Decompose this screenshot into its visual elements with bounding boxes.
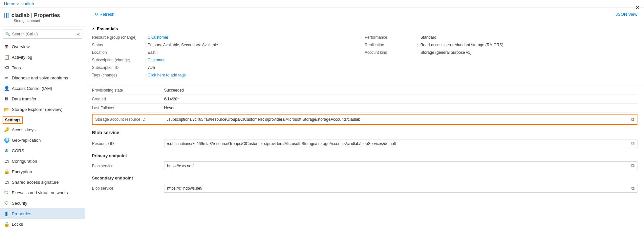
sidebar-item-overview[interactable]: ⊞ Overview — [0, 41, 85, 52]
replication-label: Replication — [365, 43, 417, 47]
copy-secondary-blob-button[interactable]: ⧉ — [631, 185, 634, 191]
sidebar-item-label: Firewalls and virtual networks — [12, 190, 68, 195]
configuration-icon: 🗂 — [4, 158, 9, 164]
sidebar-item-access-control[interactable]: 👤 Access Control (IAM) — [0, 83, 85, 94]
collapse-sidebar-button[interactable]: « — [77, 31, 80, 37]
sidebar-item-geo-replication[interactable]: 🌐 Geo-replication — [0, 135, 85, 145]
subscription-id-value: 7c4i — [148, 65, 155, 70]
copy-resource-id-button[interactable]: ⧉ — [631, 116, 634, 122]
subscription-row: Subscription (change) : Customer — [92, 58, 365, 63]
sidebar-item-label: Security — [12, 201, 27, 206]
sidebar: ||| ciadlab | Properties Storage account… — [0, 8, 85, 230]
sidebar-storage-icon: ||| — [4, 12, 9, 19]
created-value: 6/14/20* — [164, 97, 637, 101]
storage-resource-id-value: /subscriptions/7c465 fa8/resourceGroups/… — [167, 117, 631, 122]
tags-label: Tags (change) — [92, 73, 144, 77]
account-kind-value: Storage (general purpose v1) — [420, 50, 472, 55]
sidebar-item-activity-log[interactable]: 📋 Activity log — [0, 52, 85, 62]
resource-group-value[interactable]: ClCustomer — [148, 35, 168, 40]
access-keys-icon: 🔑 — [4, 127, 9, 132]
secondary-blob-service-row: Blob service https://c" ndows.net/ ⧉ — [92, 182, 637, 194]
subscription-value[interactable]: Customer — [148, 58, 165, 62]
sidebar-item-data-transfer[interactable]: 🖥 Data transfer — [0, 94, 85, 104]
essentials-right: Performance : Standard Replication : Rea… — [365, 35, 637, 80]
tags-icon: 🏷 — [4, 65, 9, 70]
cors-icon: ⊕ — [4, 148, 9, 153]
search-input[interactable] — [3, 30, 82, 39]
primary-blob-service-box: https://c vs.net/ ⧉ — [164, 161, 637, 170]
replication-row: Replication : Read-access geo-redundant … — [365, 43, 637, 48]
subscription-id-row: Subscription ID : 7c4i — [92, 65, 365, 70]
storage-resource-id-row: Storage account resource ID /subscriptio… — [92, 114, 637, 125]
sidebar-item-shared-access[interactable]: 🗂 Shared access signature — [0, 177, 85, 187]
settings-section-label: Settings — [3, 116, 23, 124]
sidebar-item-security[interactable]: 🛡 Security — [0, 198, 85, 208]
sidebar-item-label: Access Control (IAM) — [12, 86, 52, 91]
sidebar-item-label: Configuration — [12, 159, 37, 164]
essentials-section: ∧ Essentials Resource group (change) : C… — [85, 21, 644, 86]
sidebar-item-tags[interactable]: 🏷 Tags — [0, 62, 85, 73]
copy-primary-blob-button[interactable]: ⧉ — [631, 163, 634, 169]
sidebar-item-cors[interactable]: ⊕ CORS — [0, 145, 85, 156]
storage-resource-id-label: Storage account resource ID — [95, 117, 167, 122]
json-view-link[interactable]: JSON View — [616, 12, 637, 17]
secondary-endpoint-title: Secondary endpoint — [92, 176, 637, 180]
secondary-blob-service-value: https://c" ndows.net/ — [167, 186, 631, 191]
copy-blob-resource-id-button[interactable]: ⧉ — [631, 141, 634, 146]
shared-access-icon: 🗂 — [4, 179, 9, 185]
status-row: Status : Primary: Available, Secondary: … — [92, 43, 365, 48]
access-control-icon: 👤 — [4, 86, 9, 91]
provisioning-state-value: Succeeded — [164, 88, 637, 93]
essentials-left: Resource group (change) : ClCustomer Sta… — [92, 35, 365, 80]
sidebar-item-properties[interactable]: ||| Properties — [0, 208, 85, 219]
blob-resource-id-row: Resource ID /subscriptions/7c469e fa8/re… — [92, 138, 637, 149]
sidebar-subtitle: Storage account — [14, 19, 81, 23]
account-kind-row: Account kind : Storage (general purpose … — [365, 50, 637, 55]
performance-row: Performance : Standard — [365, 35, 637, 40]
search-icon: 🔍 — [5, 32, 10, 36]
storage-explorer-icon: 📂 — [4, 107, 9, 112]
properties-icon: ||| — [4, 211, 9, 216]
diagnose-icon: ✏ — [4, 75, 9, 80]
last-failover-row: Last Failover Never — [92, 104, 637, 113]
sidebar-title-text: ciadlab | Properties — [11, 12, 60, 18]
sidebar-item-storage-explorer[interactable]: 📂 Storage Explorer (preview) — [0, 104, 85, 115]
sidebar-item-firewalls[interactable]: 🛡 Firewalls and virtual networks — [0, 187, 85, 198]
provisioning-state-label: Provisioning state — [92, 88, 164, 93]
properties-section: Provisioning state Succeeded Created 6/1… — [85, 86, 644, 199]
performance-value: Standard — [420, 35, 437, 40]
locks-icon: 🔒 — [4, 221, 9, 227]
refresh-icon: ↻ — [95, 12, 98, 17]
primary-blob-service-label: Blob service — [92, 164, 164, 168]
sidebar-item-label: Diagnose and solve problems — [12, 75, 68, 80]
status-label: Status — [92, 43, 144, 47]
sidebar-item-configuration[interactable]: 🗂 Configuration — [0, 156, 85, 166]
close-button[interactable]: ✕ — [635, 4, 640, 11]
sidebar-item-label: Data transfer — [12, 96, 36, 101]
action-bar: ↻ Refresh JSON View — [85, 8, 644, 21]
sidebar-item-label: Tags — [12, 65, 21, 70]
location-value: East I — [148, 50, 158, 55]
sidebar-item-diagnose[interactable]: ✏ Diagnose and solve problems — [0, 73, 85, 83]
account-kind-label: Account kind — [365, 50, 417, 55]
replication-value: Read-access geo-redundant storage (RA-GR… — [420, 43, 504, 47]
sidebar-navigation: ⊞ Overview 📋 Activity log 🏷 Tags ✏ Diagn… — [0, 41, 85, 230]
sidebar-item-locks[interactable]: 🔒 Locks — [0, 219, 85, 229]
chevron-down-icon: ∧ — [92, 27, 95, 31]
primary-blob-service-value: https://c vs.net/ — [167, 164, 631, 168]
refresh-button[interactable]: ↻ Refresh — [92, 10, 117, 18]
performance-label: Performance — [365, 35, 417, 40]
provisioning-state-row: Provisioning state Succeeded — [92, 86, 637, 95]
resource-group-label: Resource group (change) — [92, 35, 144, 40]
sidebar-item-label: Activity log — [12, 55, 32, 60]
firewalls-icon: 🛡 — [4, 190, 9, 195]
sidebar-item-access-keys[interactable]: 🔑 Access keys — [0, 124, 85, 135]
essentials-header[interactable]: ∧ Essentials — [92, 26, 637, 31]
subscription-label: Subscription (change) — [92, 58, 144, 62]
location-label: Location — [92, 50, 144, 55]
breadcrumb-current[interactable]: ciadlab — [20, 1, 34, 6]
sidebar-item-encryption[interactable]: 🔒 Encryption — [0, 166, 85, 177]
tags-value[interactable]: Click here to add tags — [148, 73, 186, 77]
overview-icon: ⊞ — [4, 44, 9, 49]
breadcrumb-home[interactable]: Home — [4, 1, 15, 6]
